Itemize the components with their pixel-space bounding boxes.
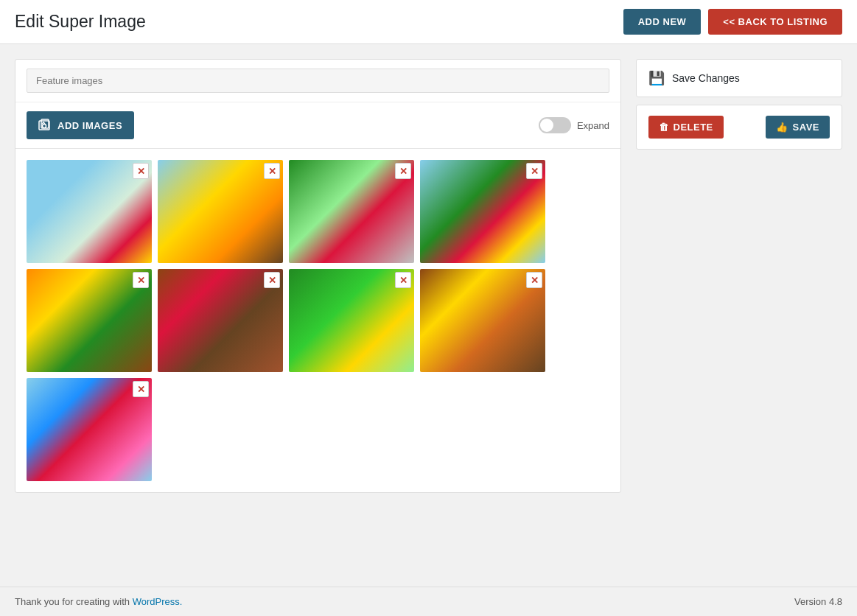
image-item: ✕ (420, 160, 545, 263)
expand-toggle[interactable] (539, 117, 571, 133)
image-item: ✕ (420, 269, 545, 372)
remove-image-button[interactable]: ✕ (526, 272, 542, 288)
add-images-label: ADD IMAGES (57, 120, 122, 131)
main-layout: ADD IMAGES Expand ✕ ✕ ✕ ✕ (0, 44, 857, 508)
toggle-track (539, 117, 571, 133)
feature-images-input[interactable] (27, 69, 609, 93)
image-item: ✕ (27, 378, 152, 481)
page-title: Edit Super Image (15, 12, 146, 32)
remove-image-button[interactable]: ✕ (526, 163, 542, 179)
image-item: ✕ (27, 269, 152, 372)
save-label: SAVE (793, 122, 819, 133)
remove-image-button[interactable]: ✕ (264, 272, 280, 288)
remove-image-button[interactable]: ✕ (395, 163, 411, 179)
remove-image-button[interactable]: ✕ (133, 272, 149, 288)
left-panel: ADD IMAGES Expand ✕ ✕ ✕ ✕ (15, 59, 621, 493)
thumbs-up-icon: 👍 (776, 122, 788, 133)
delete-button[interactable]: 🗑 DELETE (648, 116, 724, 139)
delete-label: DELETE (674, 122, 713, 133)
expand-label: Expand (577, 120, 609, 131)
toolbar-row: ADD IMAGES Expand (15, 102, 620, 149)
back-to-listing-button[interactable]: << BACK TO LISTING (708, 9, 842, 35)
save-button[interactable]: 👍 SAVE (766, 116, 830, 139)
image-item: ✕ (289, 160, 414, 263)
save-changes-box: 💾 Save Changes (636, 59, 842, 97)
image-grid: ✕ ✕ ✕ ✕ ✕ ✕ ✕ ✕ (15, 149, 620, 492)
remove-image-button[interactable]: ✕ (133, 381, 149, 397)
feature-input-row (15, 60, 620, 102)
image-item: ✕ (158, 160, 283, 263)
trash-icon: 🗑 (659, 122, 669, 133)
action-buttons-box: 🗑 DELETE 👍 SAVE (636, 105, 842, 150)
image-item: ✕ (289, 269, 414, 372)
right-panel: 💾 Save Changes 🗑 DELETE 👍 SAVE (636, 59, 842, 493)
header-actions: ADD NEW << BACK TO LISTING (623, 9, 842, 35)
svg-point-2 (43, 125, 46, 128)
remove-image-button[interactable]: ✕ (395, 272, 411, 288)
add-new-button[interactable]: ADD NEW (623, 9, 702, 35)
image-item: ✕ (158, 269, 283, 372)
save-changes-label: Save Changes (672, 72, 740, 84)
add-images-icon (38, 119, 52, 132)
floppy-disk-icon: 💾 (648, 70, 665, 86)
image-item: ✕ (27, 160, 152, 263)
page-header: Edit Super Image ADD NEW << BACK TO LIST… (0, 0, 857, 44)
remove-image-button[interactable]: ✕ (133, 163, 149, 179)
remove-image-button[interactable]: ✕ (264, 163, 280, 179)
add-images-button[interactable]: ADD IMAGES (27, 111, 134, 139)
expand-row: Expand (539, 117, 609, 133)
